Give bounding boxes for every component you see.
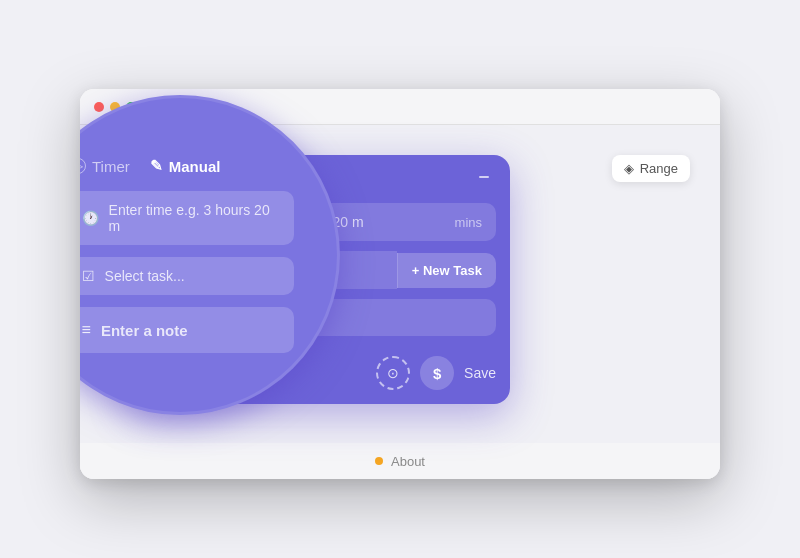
circle-task-input[interactable]: ☑ Select task... [80, 257, 294, 295]
new-task-button[interactable]: + New Task [397, 253, 496, 288]
circle-time-text: Enter time e.g. 3 hours 20 m [109, 202, 279, 234]
minimize-icon [479, 176, 489, 178]
circle-task-text: Select task... [105, 268, 185, 284]
circle-manual-label: Manual [169, 158, 221, 175]
circle-timer-icon: ▷ [80, 158, 86, 174]
minimize-button[interactable] [474, 167, 494, 187]
dollar-icon: $ [433, 365, 441, 382]
range-indicator: ◈ Range [612, 155, 690, 182]
screen-wrapper: ◈ Range ▷ Timer ✎ Manual [60, 69, 740, 489]
circle-time-input[interactable]: 🕐 Enter time e.g. 3 hours 20 m [80, 191, 294, 245]
circle-task-icon: ☑ [82, 268, 95, 284]
circle-edit-icon: ✎ [150, 157, 163, 175]
about-bar: About [80, 443, 720, 479]
browser-window: ◈ Range ▷ Timer ✎ Manual [80, 89, 720, 479]
tag-icon: ⊙ [387, 365, 399, 381]
time-suffix: mins [455, 215, 482, 230]
circle-timer-label: Timer [92, 158, 130, 175]
circle-inputs: 🕐 Enter time e.g. 3 hours 20 m ☑ Select … [80, 191, 294, 353]
footer-right: ⊙ $ Save [376, 356, 496, 390]
tag-button[interactable]: ⊙ [376, 356, 410, 390]
browser-content: ◈ Range ▷ Timer ✎ Manual [80, 125, 720, 479]
about-dot [375, 457, 383, 465]
save-button[interactable]: Save [464, 365, 496, 381]
billing-button[interactable]: $ [420, 356, 454, 390]
circle-note-text: Enter a note [101, 322, 188, 339]
circle-note-input[interactable]: ≡ Enter a note [80, 307, 294, 353]
range-icon: ◈ [624, 161, 634, 176]
range-label: Range [640, 161, 678, 176]
circle-tabs: ▷ Timer ✎ Manual [80, 157, 220, 175]
circle-clock-icon: 🕐 [82, 210, 99, 226]
magnify-circle: ▷ Timer ✎ Manual 🕐 Enter time e.g. 3 hou… [80, 95, 340, 415]
about-label: About [391, 454, 425, 469]
circle-note-icon: ≡ [82, 321, 91, 339]
circle-tab-timer[interactable]: ▷ Timer [80, 158, 130, 175]
circle-content: ▷ Timer ✎ Manual 🕐 Enter time e.g. 3 hou… [80, 95, 340, 415]
circle-tab-manual[interactable]: ✎ Manual [150, 157, 221, 175]
